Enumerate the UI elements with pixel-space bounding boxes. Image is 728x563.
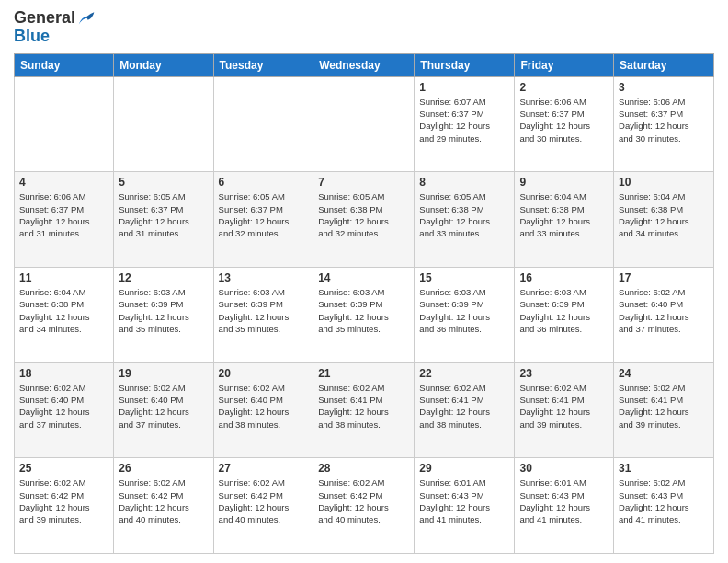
calendar-day-cell: 17Sunrise: 6:02 AM Sunset: 6:40 PM Dayli… [614, 268, 714, 363]
calendar-day-cell: 9Sunrise: 6:04 AM Sunset: 6:38 PM Daylig… [515, 172, 614, 268]
day-info: Sunrise: 6:03 AM Sunset: 6:39 PM Dayligh… [219, 286, 309, 335]
calendar-day-cell [114, 76, 213, 172]
calendar-day-cell: 11Sunrise: 6:04 AM Sunset: 6:38 PM Dayli… [15, 268, 114, 363]
calendar-day-cell: 18Sunrise: 6:02 AM Sunset: 6:40 PM Dayli… [15, 362, 114, 458]
calendar-day-cell: 3Sunrise: 6:06 AM Sunset: 6:37 PM Daylig… [614, 76, 714, 172]
day-of-week-header: Sunday [15, 53, 114, 76]
day-info: Sunrise: 6:01 AM Sunset: 6:43 PM Dayligh… [519, 477, 609, 525]
calendar-day-cell: 28Sunrise: 6:02 AM Sunset: 6:42 PM Dayli… [313, 458, 415, 554]
day-number: 14 [318, 271, 409, 284]
calendar-day-cell [15, 76, 114, 172]
calendar-day-cell: 20Sunrise: 6:02 AM Sunset: 6:40 PM Dayli… [213, 362, 313, 458]
day-number: 19 [119, 367, 208, 380]
day-info: Sunrise: 6:02 AM Sunset: 6:41 PM Dayligh… [419, 382, 509, 431]
day-number: 8 [419, 176, 509, 189]
day-number: 20 [219, 367, 309, 380]
day-number: 10 [619, 176, 709, 189]
calendar-day-cell: 7Sunrise: 6:05 AM Sunset: 6:38 PM Daylig… [313, 172, 415, 268]
day-info: Sunrise: 6:02 AM Sunset: 6:40 PM Dayligh… [619, 286, 709, 335]
calendar-day-cell: 30Sunrise: 6:01 AM Sunset: 6:43 PM Dayli… [515, 458, 614, 554]
calendar-day-cell: 22Sunrise: 6:02 AM Sunset: 6:41 PM Dayli… [415, 362, 515, 458]
day-number: 23 [519, 367, 609, 380]
day-info: Sunrise: 6:05 AM Sunset: 6:37 PM Dayligh… [119, 190, 208, 239]
calendar-header-row: SundayMondayTuesdayWednesdayThursdayFrid… [15, 53, 714, 76]
day-number: 27 [219, 462, 309, 475]
page: General Blue SundayMondayTuesdayWednesda… [0, 0, 728, 563]
day-info: Sunrise: 6:02 AM Sunset: 6:40 PM Dayligh… [119, 382, 208, 431]
day-info: Sunrise: 6:01 AM Sunset: 6:43 PM Dayligh… [419, 477, 509, 525]
calendar-day-cell: 5Sunrise: 6:05 AM Sunset: 6:37 PM Daylig… [114, 172, 213, 268]
day-info: Sunrise: 6:02 AM Sunset: 6:42 PM Dayligh… [318, 477, 409, 525]
day-number: 28 [318, 462, 409, 475]
calendar-day-cell: 25Sunrise: 6:02 AM Sunset: 6:42 PM Dayli… [15, 458, 114, 554]
day-of-week-header: Friday [515, 53, 614, 76]
day-number: 3 [619, 81, 709, 94]
day-info: Sunrise: 6:02 AM Sunset: 6:40 PM Dayligh… [219, 382, 309, 431]
calendar-day-cell: 8Sunrise: 6:05 AM Sunset: 6:38 PM Daylig… [415, 172, 515, 268]
header: General Blue [14, 9, 714, 46]
calendar-day-cell: 23Sunrise: 6:02 AM Sunset: 6:41 PM Dayli… [515, 362, 614, 458]
calendar-day-cell: 13Sunrise: 6:03 AM Sunset: 6:39 PM Dayli… [213, 268, 313, 363]
calendar-week-row: 11Sunrise: 6:04 AM Sunset: 6:38 PM Dayli… [15, 268, 714, 363]
calendar-day-cell: 31Sunrise: 6:02 AM Sunset: 6:43 PM Dayli… [614, 458, 714, 554]
day-number: 12 [119, 271, 208, 284]
day-of-week-header: Tuesday [213, 53, 313, 76]
day-info: Sunrise: 6:02 AM Sunset: 6:41 PM Dayligh… [619, 382, 709, 431]
day-number: 17 [619, 271, 709, 284]
day-info: Sunrise: 6:03 AM Sunset: 6:39 PM Dayligh… [318, 286, 409, 335]
day-number: 16 [519, 271, 609, 284]
day-info: Sunrise: 6:02 AM Sunset: 6:43 PM Dayligh… [619, 477, 709, 525]
calendar-day-cell: 29Sunrise: 6:01 AM Sunset: 6:43 PM Dayli… [415, 458, 515, 554]
day-info: Sunrise: 6:04 AM Sunset: 6:38 PM Dayligh… [619, 190, 709, 239]
calendar-day-cell: 19Sunrise: 6:02 AM Sunset: 6:40 PM Dayli… [114, 362, 213, 458]
day-info: Sunrise: 6:03 AM Sunset: 6:39 PM Dayligh… [119, 286, 208, 335]
calendar-day-cell: 2Sunrise: 6:06 AM Sunset: 6:37 PM Daylig… [515, 76, 614, 172]
calendar-day-cell: 4Sunrise: 6:06 AM Sunset: 6:37 PM Daylig… [15, 172, 114, 268]
day-number: 1 [419, 81, 509, 94]
calendar-week-row: 1Sunrise: 6:07 AM Sunset: 6:37 PM Daylig… [15, 76, 714, 172]
calendar-day-cell: 21Sunrise: 6:02 AM Sunset: 6:41 PM Dayli… [313, 362, 415, 458]
day-info: Sunrise: 6:02 AM Sunset: 6:41 PM Dayligh… [318, 382, 409, 431]
day-number: 22 [419, 367, 509, 380]
calendar-week-row: 4Sunrise: 6:06 AM Sunset: 6:37 PM Daylig… [15, 172, 714, 268]
day-number: 21 [318, 367, 409, 380]
day-number: 26 [119, 462, 208, 475]
day-number: 11 [19, 271, 108, 284]
day-number: 29 [419, 462, 509, 475]
day-of-week-header: Saturday [614, 53, 714, 76]
logo-blue-text: Blue [14, 28, 96, 46]
day-number: 5 [119, 176, 208, 189]
day-number: 25 [19, 462, 108, 475]
day-of-week-header: Monday [114, 53, 213, 76]
day-info: Sunrise: 6:03 AM Sunset: 6:39 PM Dayligh… [519, 286, 609, 335]
day-number: 30 [519, 462, 609, 475]
day-info: Sunrise: 6:04 AM Sunset: 6:38 PM Dayligh… [19, 286, 108, 335]
calendar-day-cell: 16Sunrise: 6:03 AM Sunset: 6:39 PM Dayli… [515, 268, 614, 363]
day-info: Sunrise: 6:06 AM Sunset: 6:37 PM Dayligh… [619, 96, 709, 144]
calendar-day-cell: 27Sunrise: 6:02 AM Sunset: 6:42 PM Dayli… [213, 458, 313, 554]
logo-general-text: General [14, 9, 75, 28]
calendar-day-cell [213, 76, 313, 172]
calendar-week-row: 18Sunrise: 6:02 AM Sunset: 6:40 PM Dayli… [15, 362, 714, 458]
day-number: 31 [619, 462, 709, 475]
day-info: Sunrise: 6:07 AM Sunset: 6:37 PM Dayligh… [419, 96, 509, 144]
calendar-day-cell: 24Sunrise: 6:02 AM Sunset: 6:41 PM Dayli… [614, 362, 714, 458]
day-number: 9 [519, 176, 609, 189]
calendar-table: SundayMondayTuesdayWednesdayThursdayFrid… [14, 53, 714, 554]
calendar-day-cell [313, 76, 415, 172]
day-number: 7 [318, 176, 409, 189]
day-info: Sunrise: 6:02 AM Sunset: 6:42 PM Dayligh… [19, 477, 108, 525]
day-info: Sunrise: 6:06 AM Sunset: 6:37 PM Dayligh… [519, 96, 609, 144]
day-info: Sunrise: 6:02 AM Sunset: 6:41 PM Dayligh… [519, 382, 609, 431]
day-number: 6 [219, 176, 309, 189]
day-info: Sunrise: 6:02 AM Sunset: 6:40 PM Dayligh… [19, 382, 108, 431]
calendar-day-cell: 6Sunrise: 6:05 AM Sunset: 6:37 PM Daylig… [213, 172, 313, 268]
calendar-day-cell: 14Sunrise: 6:03 AM Sunset: 6:39 PM Dayli… [313, 268, 415, 363]
day-number: 15 [419, 271, 509, 284]
day-info: Sunrise: 6:05 AM Sunset: 6:38 PM Dayligh… [419, 190, 509, 239]
day-info: Sunrise: 6:03 AM Sunset: 6:39 PM Dayligh… [419, 286, 509, 335]
calendar-day-cell: 26Sunrise: 6:02 AM Sunset: 6:42 PM Dayli… [114, 458, 213, 554]
day-of-week-header: Wednesday [313, 53, 415, 76]
day-info: Sunrise: 6:04 AM Sunset: 6:38 PM Dayligh… [519, 190, 609, 239]
calendar-day-cell: 10Sunrise: 6:04 AM Sunset: 6:38 PM Dayli… [614, 172, 714, 268]
